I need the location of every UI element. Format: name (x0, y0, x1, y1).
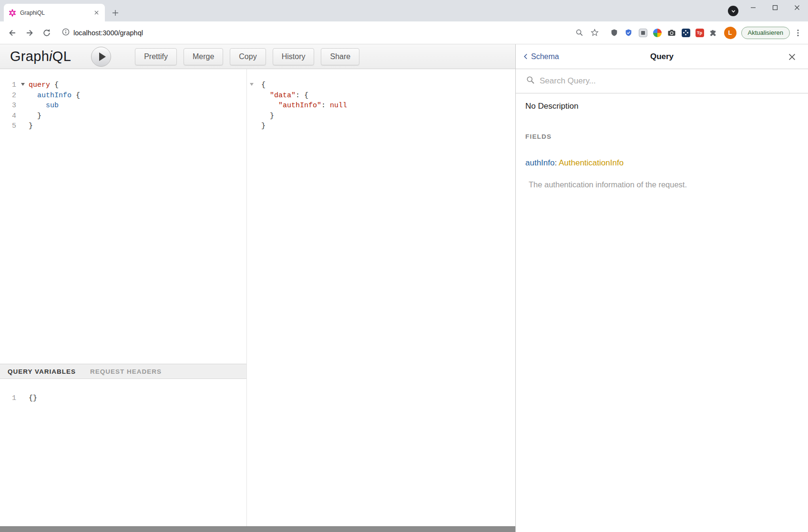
fold-gutter (247, 91, 259, 101)
graphql-logo-icon (9, 9, 16, 17)
navy-extension-icon[interactable] (681, 28, 691, 38)
browser-tab[interactable]: GraphiQL (4, 4, 105, 21)
result-viewer: { "data": { "authInfo": null }} (247, 69, 515, 526)
code-text: sub (27, 101, 59, 111)
tab-search-button[interactable] (728, 6, 738, 16)
horizontal-scrollbar[interactable] (0, 526, 515, 532)
browser-window: GraphiQL (0, 0, 808, 532)
back-button[interactable] (6, 26, 19, 40)
window-close-button[interactable] (786, 0, 808, 15)
code-text: } (27, 111, 41, 122)
code-text: query { (27, 80, 59, 91)
forward-button[interactable] (23, 26, 36, 40)
chevron-left-icon (523, 53, 528, 60)
fold-arrow-icon[interactable] (21, 83, 25, 86)
code-text: } (259, 111, 274, 122)
fold-gutter (19, 101, 27, 111)
docs-back-label: Schema (531, 52, 559, 61)
url-text[interactable]: localhost:3000/graphql (73, 29, 143, 37)
code-text: authInfo { (27, 91, 80, 101)
code-text: "data": { (259, 91, 308, 101)
tab-request-headers[interactable]: REQUEST HEADERS (90, 368, 162, 375)
tab-query-variables[interactable]: QUERY VARIABLES (8, 368, 76, 375)
fold-gutter (19, 121, 27, 132)
docs-content: No Description FIELDS authInfo: Authenti… (516, 93, 808, 532)
field-colon: : (554, 158, 557, 167)
site-info-icon[interactable] (62, 28, 70, 38)
history-button[interactable]: History (273, 48, 315, 65)
fold-gutter (19, 393, 27, 404)
browser-menu-icon[interactable] (793, 27, 803, 39)
fold-gutter (247, 121, 259, 132)
window-maximize-button[interactable] (764, 0, 786, 15)
logo-italic-i: i (49, 49, 52, 64)
code-text: } (27, 121, 33, 132)
shield-extension-icon[interactable] (610, 28, 619, 38)
docs-search-input[interactable] (540, 76, 740, 86)
window-minimize-button[interactable] (742, 0, 764, 15)
docs-search-row (516, 69, 808, 93)
fold-gutter (19, 80, 27, 91)
docs-panel: Schema Query No Description FIELDS (515, 44, 808, 532)
field-name-link[interactable]: authInfo (525, 158, 554, 167)
code-line: 2 authInfo { (0, 91, 246, 101)
fold-gutter (247, 101, 259, 111)
bookmark-star-icon[interactable] (590, 28, 600, 38)
variables-header: QUERY VARIABLES REQUEST HEADERS (0, 364, 246, 379)
prettify-button[interactable]: Prettify (135, 48, 177, 65)
code-text: {} (27, 393, 37, 404)
graphiql-logo: GraphiQL (10, 49, 71, 64)
address-bar[interactable]: localhost:3000/graphql (57, 25, 605, 41)
code-line: 4 } (0, 111, 246, 122)
type-description: No Description (525, 102, 798, 111)
graphiql-app: GraphiQL Prettify Merge Copy History Sha… (0, 44, 808, 532)
docs-header: Schema Query (516, 44, 808, 69)
editor-area: 1query {2 authInfo {3 sub4 }5} QUERY VAR… (0, 69, 515, 526)
zoom-icon[interactable] (574, 28, 585, 38)
code-line: 1query { (0, 80, 246, 91)
graphiql-main-column: GraphiQL Prettify Merge Copy History Sha… (0, 44, 515, 532)
execute-button[interactable] (91, 47, 111, 67)
blue-shield-extension-icon[interactable] (624, 28, 634, 38)
tp-extension-icon[interactable]: Tp (695, 29, 704, 37)
toolbar-buttons: Prettify Merge Copy History Share (135, 48, 359, 65)
tab-title: GraphiQL (20, 10, 92, 16)
reload-button[interactable] (40, 26, 53, 40)
logo-text: Graph (10, 49, 49, 64)
profile-avatar[interactable]: L (724, 27, 736, 39)
merge-button[interactable]: Merge (184, 48, 223, 65)
fold-gutter (247, 80, 259, 91)
search-icon (526, 76, 535, 86)
camera-extension-icon[interactable] (667, 28, 676, 38)
color-wheel-extension-icon[interactable] (653, 28, 662, 38)
play-icon (99, 52, 106, 61)
copy-button[interactable]: Copy (230, 48, 266, 65)
code-line: { (247, 80, 515, 91)
share-button[interactable]: Share (321, 48, 359, 65)
code-line: } (247, 121, 515, 132)
query-editor-lines: 1query {2 authInfo {3 sub4 }5} (0, 80, 246, 132)
gray-extension-icon[interactable] (638, 28, 648, 38)
variables-editor[interactable]: 1{} (0, 379, 246, 526)
tab-close-icon[interactable] (92, 9, 100, 17)
field-row: authInfo: AuthenticationInfo (525, 158, 798, 168)
extensions-puzzle-icon[interactable] (709, 28, 718, 38)
code-line: "data": { (247, 91, 515, 101)
window-controls (742, 0, 808, 15)
line-number: 3 (0, 101, 19, 111)
docs-close-icon[interactable] (787, 52, 797, 61)
update-button[interactable]: Aktualisieren (741, 27, 790, 39)
code-text: { (259, 80, 266, 91)
query-editor[interactable]: 1query {2 authInfo {3 sub4 }5} (0, 69, 246, 364)
line-number: 5 (0, 121, 19, 132)
fold-gutter (19, 111, 27, 122)
new-tab-button[interactable] (109, 6, 122, 20)
fold-arrow-icon[interactable] (250, 83, 254, 86)
field-type-link[interactable]: AuthenticationInfo (559, 158, 624, 167)
browser-toolbar: localhost:3000/graphql (0, 21, 808, 44)
variables-lines: 1{} (0, 393, 246, 404)
docs-back-link[interactable]: Schema (523, 52, 559, 61)
code-line: 3 sub (0, 101, 246, 111)
fold-gutter (247, 111, 259, 122)
fields-section-title: FIELDS (525, 133, 798, 140)
